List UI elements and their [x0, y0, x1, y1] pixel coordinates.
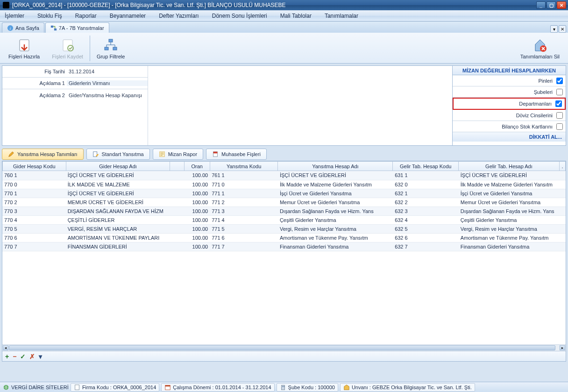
vtab-standart-yansitma[interactable]: Standart Yansıtma: [86, 149, 150, 160]
mizan-row-bilanco-stok[interactable]: Bilanço Stok Kartlarını: [453, 121, 566, 132]
cell-gider-kodu[interactable]: 770 2: [2, 198, 66, 207]
cell-yansitma-kodu[interactable]: 771 6: [210, 233, 278, 242]
status-vergi[interactable]: VERGİ DAİRE SİTELERİ: [11, 385, 69, 390]
cell-gider-adi[interactable]: AMORTİSMAN VE TÜKENME PAYLARI: [66, 233, 170, 242]
cell-yansitma-kodu[interactable]: 761 1: [210, 171, 278, 180]
cell-oran[interactable]: 100.00: [184, 215, 210, 224]
tab-ana-sayfa[interactable]: i Ana Sayfa: [2, 22, 44, 33]
cell-yansitma-kodu[interactable]: 771 2: [210, 198, 278, 207]
grid-confirm-button[interactable]: ✓: [20, 353, 26, 360]
fis-tarihi-value[interactable]: 31.12.2014: [67, 69, 148, 74]
table-row[interactable]: 770 0İLK MADDE VE MALZEME100.00771 0İlk …: [2, 180, 566, 189]
tab-yansitmalar[interactable]: 7A - 7B Yansıtmalar: [45, 22, 109, 33]
cell-oran[interactable]: 100.00: [184, 198, 210, 207]
cell-blank[interactable]: [170, 171, 184, 180]
table-row[interactable]: 770 3DIŞARDAN SAĞLANAN FAYDA VE HİZM100.…: [2, 207, 566, 215]
table-row[interactable]: 770 7FİNANSMAN GİDERLERİ100.00771 7Finan…: [2, 242, 566, 251]
scroll-thumb[interactable]: [9, 345, 555, 350]
cell-last[interactable]: [560, 215, 566, 224]
col-blank[interactable]: [170, 162, 184, 171]
mizan-row-pinleri[interactable]: Pinleri: [453, 75, 566, 86]
aciklama1-value[interactable]: Giderlerin Virmanı: [67, 80, 148, 86]
cell-last[interactable]: [560, 233, 566, 242]
cell-gider-adi[interactable]: İŞÇİ ÜCRET VE GİDERLERİ: [66, 189, 170, 198]
grid-remove-button[interactable]: −: [13, 353, 16, 360]
cell-yansitma-kodu[interactable]: 771 5: [210, 224, 278, 233]
cell-oran[interactable]: 100.00: [184, 189, 210, 198]
cell-oran[interactable]: 100.00: [184, 180, 210, 189]
cell-gider-kodu[interactable]: 770 3: [2, 207, 66, 215]
cell-gider-adi[interactable]: ÇEŞİTLİ GİDERLER: [66, 215, 170, 224]
cell-gelir-kodu[interactable]: 632 0: [393, 180, 459, 189]
mizan-row-departmanlari[interactable]: Departmanları: [453, 98, 566, 110]
grid-cancel-button[interactable]: ✗: [29, 353, 35, 360]
cell-gelir-adi[interactable]: Finansman Giderleri Yansıtma: [459, 242, 560, 251]
cell-gelir-adi[interactable]: İlk Madde ve Malzeme Giderleri Yansıtm: [459, 180, 560, 189]
vtab-muhasebe-fisleri[interactable]: Muhasebe Fişleri: [206, 149, 267, 160]
status-firma-seg[interactable]: Firma Kodu : ORKA_0006_2014: [71, 383, 159, 392]
cell-yansitma-kodu[interactable]: 771 1: [210, 189, 278, 198]
cell-blank[interactable]: [170, 198, 184, 207]
cell-yansitma-adi[interactable]: Memur Ücret ve Giderleri Yansıtma: [278, 198, 393, 207]
cell-yansitma-adi[interactable]: Finansman Giderleri Yansıtma: [278, 242, 393, 251]
close-button[interactable]: ✕: [557, 1, 566, 9]
col-gelir-kodu[interactable]: Gelir Tab. Hesap Kodu: [393, 162, 459, 171]
menu-beyannameler[interactable]: Beyannameler: [110, 13, 146, 19]
vtab-mizan-rapor[interactable]: Mizan Rapor: [153, 149, 203, 160]
menu-tanimlamalar[interactable]: Tanımlamalar: [325, 13, 358, 19]
cell-gelir-adi[interactable]: İŞÇİ ÜCRET VE GİDERLERİ: [459, 171, 560, 180]
fisleri-hazirla-button[interactable]: Fişleri Hazırla: [6, 36, 43, 61]
cell-gider-kodu[interactable]: 770 5: [2, 224, 66, 233]
cell-gider-adi[interactable]: İLK MADDE VE MALZEME: [66, 180, 170, 189]
cell-last[interactable]: [560, 180, 566, 189]
cell-gelir-adi[interactable]: Vergi, Resim ve Harçlar Yansıtma: [459, 224, 560, 233]
col-gider-kodu[interactable]: Gider Hesap Kodu: [3, 162, 66, 171]
mizan-checkbox-doviz[interactable]: [556, 112, 563, 119]
cell-yansitma-adi[interactable]: Dışardan Sağlanan Fayda ve Hizm. Yans: [278, 207, 393, 215]
mizan-row-doviz[interactable]: Döviz Cinsilerini: [453, 110, 566, 121]
cell-gelir-kodu[interactable]: 632 3: [393, 207, 459, 215]
cell-blank[interactable]: [170, 180, 184, 189]
minimize-button[interactable]: _: [536, 1, 546, 9]
table-row[interactable]: 770 4ÇEŞİTLİ GİDERLER100.00771 4Çeşitli …: [2, 215, 566, 224]
cell-yansitma-kodu[interactable]: 771 7: [210, 242, 278, 251]
mizan-checkbox-pinleri[interactable]: [556, 78, 563, 84]
cell-gider-kodu[interactable]: 770 6: [2, 233, 66, 242]
cell-yansitma-kodu[interactable]: 771 4: [210, 215, 278, 224]
cell-gelir-adi[interactable]: Dışardan Sağlanan Fayda ve Hizm. Yans: [459, 207, 560, 215]
table-row[interactable]: 770 1İŞÇİ ÜCRET VE GİDERLERİ100.00771 1İ…: [2, 189, 566, 198]
cell-gelir-adi[interactable]: Amortisman ve Tükenme Pay. Yansıtm: [459, 233, 560, 242]
aciklama2-value[interactable]: Gider/Yansıtma Hesap Kapanışı: [67, 93, 148, 98]
cell-gelir-adi[interactable]: Çeşitli Giderler Yansıtma: [459, 215, 560, 224]
menu-islemler[interactable]: İşlemler: [5, 13, 24, 19]
cell-oran[interactable]: 100.00: [184, 171, 210, 180]
cell-blank[interactable]: [170, 215, 184, 224]
mizan-row-subeleri[interactable]: Şubeleri: [453, 86, 566, 98]
cell-gider-kodu[interactable]: 770 7: [2, 242, 66, 251]
tab-dropdown-button[interactable]: ▾: [550, 25, 558, 33]
cell-oran[interactable]: 100.00: [184, 224, 210, 233]
cell-last[interactable]: [560, 224, 566, 233]
cell-blank[interactable]: [170, 224, 184, 233]
tab-close-button[interactable]: ✕: [559, 25, 566, 33]
table-row[interactable]: 770 6AMORTİSMAN VE TÜKENME PAYLARI100.00…: [2, 233, 566, 242]
grup-filtrele-button[interactable]: Grup Filtrele: [94, 36, 128, 61]
cell-oran[interactable]: 100.00: [184, 207, 210, 215]
status-donem-seg[interactable]: Çalışma Dönemi : 01.01.2014 - 31.12.2014: [161, 383, 274, 392]
cell-gider-adi[interactable]: MEMUR ÜCRET VE GİDERLERİ: [66, 198, 170, 207]
cell-yansitma-kodu[interactable]: 771 0: [210, 180, 278, 189]
cell-gelir-kodu[interactable]: 632 4: [393, 215, 459, 224]
cell-yansitma-adi[interactable]: İlk Madde ve Malzeme Giderleri Yansıtm: [278, 180, 393, 189]
cell-blank[interactable]: [170, 233, 184, 242]
mizan-checkbox-departmanlari[interactable]: [555, 100, 562, 107]
cell-gelir-adi[interactable]: Memur Ücret ve Giderleri Yansıtma: [459, 198, 560, 207]
scroll-left-arrow[interactable]: ◂: [3, 345, 8, 350]
cell-yansitma-adi[interactable]: İŞÇİ ÜCRET VE GİDERLERİ: [278, 171, 393, 180]
cell-yansitma-adi[interactable]: Amortisman ve Tükenme Pay. Yansıtm: [278, 233, 393, 242]
col-oran[interactable]: Oran: [184, 162, 210, 171]
mizan-checkbox-subeleri[interactable]: [556, 89, 563, 95]
cell-last[interactable]: [560, 242, 566, 251]
cell-gider-kodu[interactable]: 760 1: [2, 171, 66, 180]
table-row[interactable]: 770 2MEMUR ÜCRET VE GİDERLERİ100.00771 2…: [2, 198, 566, 207]
cell-gider-kodu[interactable]: 770 0: [2, 180, 66, 189]
